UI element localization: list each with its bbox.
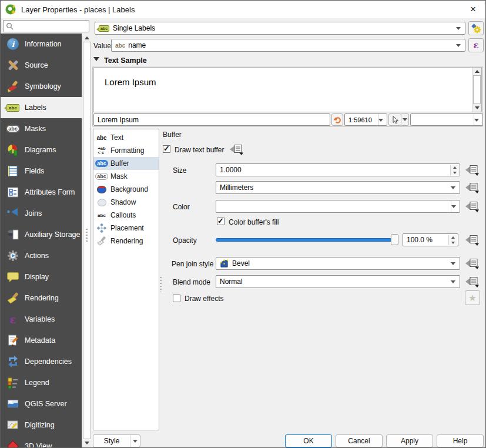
sidebar-item-3d-view[interactable]: 3D View — [1, 436, 82, 447]
scroll-up-icon[interactable] — [85, 36, 89, 39]
data-defined-override-icon[interactable] — [230, 143, 244, 156]
opacity-spinbox[interactable] — [403, 233, 458, 246]
sidebar-scrollbar[interactable] — [82, 34, 92, 447]
data-defined-override-icon[interactable] — [465, 258, 480, 270]
draw-text-buffer-checkbox[interactable] — [163, 145, 170, 153]
value-label: Value — [93, 42, 111, 50]
value-field-combo[interactable]: abc name — [111, 39, 465, 52]
style-button[interactable]: Style — [93, 434, 140, 447]
search-input[interactable] — [14, 23, 83, 30]
tab-buffer[interactable]: abc Buffer — [93, 157, 159, 170]
draw-effects-checkbox[interactable] — [173, 295, 180, 302]
diagrams-icon — [5, 142, 21, 158]
chevron-down-icon — [451, 205, 456, 208]
text-sample-section-title: Text Sample — [104, 56, 147, 65]
sidebar-item-labels[interactable]: abc Labels — [1, 97, 82, 118]
pen-join-style-combo[interactable]: Bevel — [216, 257, 460, 270]
close-button[interactable]: × — [465, 2, 481, 16]
preview-scrollbar[interactable] — [472, 68, 481, 112]
scroll-down-icon[interactable] — [85, 442, 89, 444]
label-mode-combo[interactable]: abc Single Labels — [95, 22, 465, 35]
buffer-size-unit-combo[interactable]: Millimeters — [216, 181, 460, 194]
title-bar: Layer Properties - places | Labels × — [1, 1, 485, 18]
automated-placement-settings-button[interactable] — [468, 21, 484, 35]
sidebar-item-source[interactable]: Source — [1, 55, 82, 76]
callouts-tab-icon: abc — [95, 213, 109, 218]
data-defined-override-icon[interactable] — [465, 276, 480, 288]
blend-mode-combo[interactable]: Normal — [216, 275, 460, 288]
scroll-up-icon[interactable] — [475, 70, 480, 73]
data-defined-override-icon[interactable] — [465, 182, 480, 194]
opacity-slider-handle[interactable] — [391, 234, 398, 245]
buffer-color-button[interactable] — [216, 200, 460, 213]
placement-tab-icon — [95, 223, 109, 233]
3d-view-icon — [5, 439, 21, 447]
sidebar-item-masks[interactable]: abc Masks — [1, 118, 82, 139]
sidebar-item-auxiliary-storage[interactable]: Auxiliary Storage — [1, 224, 82, 245]
sidebar-item-joins[interactable]: Joins — [1, 203, 82, 224]
spin-up-icon — [453, 166, 457, 169]
scroll-down-icon[interactable] — [475, 106, 480, 109]
preview-background-combo[interactable] — [410, 113, 483, 126]
sidebar-item-metadata[interactable]: Metadata — [1, 330, 82, 351]
chevron-down-icon — [378, 119, 383, 122]
sidebar-item-information[interactable]: i Information — [1, 34, 82, 55]
undo-arrow-icon — [333, 116, 341, 124]
ok-button[interactable]: OK — [285, 434, 332, 447]
set-from-map-canvas-button[interactable] — [388, 113, 401, 126]
sidebar-item-variables[interactable]: ε Variables — [1, 309, 82, 330]
preview-scale-combo[interactable]: 1:59610 — [344, 113, 387, 126]
sidebar-item-rendering[interactable]: Rendering — [1, 287, 82, 309]
sample-text-input[interactable] — [93, 113, 330, 126]
sidebar-item-dependencies[interactable]: Dependencies — [1, 351, 82, 372]
sidebar: i Information Source Symbology abc Label… — [1, 34, 92, 447]
sidebar-item-symbology[interactable]: Symbology — [1, 76, 82, 97]
panel-splitter-handle[interactable] — [160, 277, 162, 292]
data-defined-override-icon[interactable] — [465, 234, 480, 246]
spin-down-icon — [453, 172, 457, 174]
tab-shadow[interactable]: Shadow — [93, 196, 159, 209]
labels-icon: abc — [5, 100, 21, 115]
color-buffers-fill-checkbox[interactable] — [217, 218, 224, 225]
qgis-logo-icon — [5, 4, 16, 15]
map-canvas-options-arrow[interactable] — [401, 113, 409, 126]
apply-button[interactable]: Apply — [386, 434, 433, 447]
tab-formatting[interactable]: +ab< c Formatting — [93, 144, 159, 157]
search-box[interactable] — [3, 20, 89, 32]
reset-sample-button[interactable] — [331, 113, 343, 126]
text-tab-icon: abc — [95, 135, 109, 141]
sidebar-item-attributes-form[interactable]: Attributes Form — [1, 182, 82, 203]
help-button[interactable]: Help — [437, 434, 484, 447]
joins-icon — [5, 206, 21, 221]
search-icon — [6, 22, 14, 30]
sidebar-item-legend[interactable]: Legend — [1, 372, 82, 393]
tab-text[interactable]: abc Text — [93, 131, 159, 144]
dependencies-icon — [5, 354, 21, 369]
sidebar-item-fields[interactable]: Fields — [1, 161, 82, 182]
background-tab-icon — [95, 186, 109, 193]
customize-effects-button[interactable]: ★ — [465, 290, 480, 305]
tab-mask[interactable]: abc Mask — [93, 170, 159, 183]
sidebar-item-display[interactable]: Display — [1, 266, 82, 287]
sidebar-item-digitizing[interactable]: Digitizing — [1, 414, 82, 436]
chevron-down-icon — [403, 118, 407, 121]
collapse-triangle-icon[interactable] — [93, 57, 99, 61]
sidebar-item-diagrams[interactable]: Diagrams — [1, 139, 82, 161]
tab-placement[interactable]: Placement — [93, 222, 159, 235]
sidebar-item-qgis-server[interactable]: QGIS Server — [1, 393, 82, 414]
buffer-size-spinbox[interactable] — [216, 163, 460, 176]
buffer-panel-title: Buffer — [163, 131, 182, 139]
sidebar-item-actions[interactable]: Actions — [1, 245, 82, 266]
spin-up-icon — [451, 236, 455, 239]
opacity-slider-track[interactable] — [216, 238, 395, 242]
data-defined-override-icon[interactable] — [465, 200, 480, 213]
mask-tab-icon: abc — [95, 173, 109, 180]
window-title: Layer Properties - places | Labels — [21, 5, 135, 14]
tab-rendering[interactable]: Rendering — [93, 235, 159, 248]
expression-builder-button[interactable]: ε — [468, 38, 484, 52]
tab-background[interactable]: Background — [93, 183, 159, 196]
cancel-button[interactable]: Cancel — [336, 434, 383, 447]
buffer-tab-icon: abc — [95, 160, 109, 167]
tab-callouts[interactable]: abc Callouts — [93, 209, 159, 222]
data-defined-override-icon[interactable] — [465, 164, 480, 176]
